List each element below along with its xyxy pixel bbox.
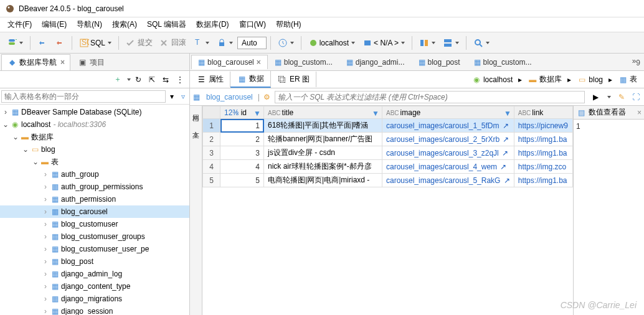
apply-filter-button[interactable]: ▶ [590,90,602,104]
toolbar-icon-2[interactable] [440,35,462,50]
filter-icon[interactable]: ⚙ [262,92,272,102]
schema-select[interactable]: < N/A > [359,35,408,50]
nav-menu-button[interactable]: ⋮ [173,73,187,87]
tx-mode-button[interactable]: T [190,35,212,50]
new-connection-button[interactable]: ＋ [4,35,26,50]
tree-item-auth_permission[interactable]: ›▦auth_permission [0,193,189,205]
external-link-icon[interactable]: ↗ [498,162,506,171]
subtab-data[interactable]: ▦数据 [230,71,271,88]
crumb-connection[interactable]: ◉localhost [467,73,517,87]
close-icon[interactable]: × [257,58,261,67]
filter-config-button[interactable]: ▿ [178,90,188,103]
menu-search[interactable]: 搜索(A) [108,18,141,31]
column-header-id[interactable]: 12⅜ id▼ [220,106,264,119]
data-grid[interactable]: 12⅜ id▼ ABCtitle▼ ABCimage▼ ABClink 1161… [202,106,573,315]
connect-button[interactable] [34,35,50,50]
row-number[interactable]: 4 [203,160,220,174]
cell-title[interactable]: nick air球鞋轮播图案例*-郝丹彦 [264,160,382,174]
tree-item-blog_post[interactable]: ›▦blog_post [0,255,189,268]
tree-item-django_content_type[interactable]: ›▦django_content_type [0,280,189,293]
sql-filter-input[interactable] [275,91,585,103]
editor-tab[interactable]: ▦blog_custom... [467,55,539,69]
table-row[interactable]: 55电商轮播图|网页|电商|miriaxd -carousel_images/c… [203,174,573,187]
cell-title[interactable]: 618轮播图|平面|其他平面|嗜涵 [264,119,382,133]
commit-button[interactable]: 提交 [123,36,155,49]
row-header-corner[interactable] [203,106,220,119]
cell-link[interactable]: https://img1.ba [514,133,572,146]
external-link-icon[interactable]: ↗ [501,176,509,185]
filter-clear-button[interactable]: ▾ [167,90,177,103]
tree-item-auth_group[interactable]: ›▦auth_group [0,168,189,181]
tree-item-django_migrations[interactable]: ›▦django_migrations [0,293,189,305]
nav-link-button[interactable]: ⇆ [159,73,172,87]
subtab-properties[interactable]: ☰属性 [190,72,230,87]
cell-title[interactable]: 电商轮播图|网页|电商|miriaxd - [264,174,382,187]
cell-id[interactable]: 1 [220,119,264,133]
tabs-overflow-button[interactable]: »9 [628,54,644,70]
history-button[interactable] [275,35,297,50]
row-number[interactable]: 2 [203,133,220,146]
tree-item-blog_customuser[interactable]: ›▦blog_customuser [0,218,189,230]
cell-id[interactable]: 5 [220,174,264,187]
external-link-icon[interactable]: ↗ [500,121,508,130]
menu-edit[interactable]: 编辑(E) [38,18,70,31]
nav-new-button[interactable]: ＋ [111,72,125,87]
table-row[interactable]: 44nick air球鞋轮播图案例*-郝丹彦carousel_images/ca… [203,160,573,174]
tree-item-blog_customuser_groups[interactable]: ›▦blog_customuser_groups [0,230,189,243]
filter-remove-button[interactable]: ⛶ [629,90,643,104]
menu-sql[interactable]: SQL 编辑器 [143,18,190,31]
column-header-image[interactable]: ABCimage▼ [382,106,514,119]
tree-item-django_admin_log[interactable]: ›▦django_admin_log [0,268,189,280]
cell-link[interactable]: https://img.zco [514,160,572,174]
crumb-tables[interactable]: ▦表 [613,72,642,87]
tree-item-blog_customuser_user_pe[interactable]: ›▦blog_customuser_user_pe [0,243,189,255]
filter-history-button[interactable] [603,90,614,104]
vtab-grid[interactable]: 网格 [191,107,201,112]
menu-file[interactable]: 文件(F) [4,18,36,31]
cell-image[interactable]: carousel_images/carousl_2_5rXrb ↗ [382,133,514,146]
external-link-icon[interactable]: ↗ [500,149,508,158]
cell-title[interactable]: js设置div全屏 - csdn [264,146,382,160]
tree-item-django_session[interactable]: ›▦django_session [0,305,189,315]
crumb-schema[interactable]: ▭blog [572,73,607,87]
table-row[interactable]: 22轮播banner|网页|banner/广告图carousel_images/… [203,133,573,146]
row-number[interactable]: 1 [203,119,220,133]
tree-item-blog_carousel[interactable]: ›▦blog_carousel [0,205,189,218]
sql-editor-button[interactable]: SQLSQL [76,35,115,50]
cell-image[interactable]: carousel_images/carousl_5_RakG ↗ [382,174,514,187]
search-button[interactable] [470,35,493,50]
disconnect-button[interactable] [52,35,68,50]
menu-help[interactable]: 帮助(H) [272,18,305,31]
toolbar-icon-1[interactable] [416,35,438,50]
filter-settings-button[interactable]: ✎ [615,90,628,104]
lock-button[interactable] [214,35,236,50]
rollback-button[interactable]: 回滚 [156,36,189,49]
editor-tab[interactable]: ▦blog_carousel× [191,55,268,69]
nav-refresh-button[interactable]: ↻ [132,73,144,87]
menu-nav[interactable]: 导航(N) [73,18,106,31]
tab-db-navigator[interactable]: ◆ 数据库导航 × [1,54,70,70]
close-icon[interactable]: × [637,108,642,117]
row-number[interactable]: 5 [203,174,220,187]
editor-tab[interactable]: ▦blog_custom... [268,55,339,69]
subtab-er[interactable]: ⿻ER 图 [271,72,316,87]
cell-image[interactable]: carousel_images/carousl_4_wem ↗ [382,160,514,174]
cell-image[interactable]: carousel_images/carousl_3_z2qJl ↗ [382,146,514,160]
crumb-databases[interactable]: ▬数据库 [523,72,566,87]
cell-link[interactable]: https://img1.ba [514,146,572,160]
tree-filter-input[interactable] [1,90,166,103]
tree-item-auth_group_permissions[interactable]: ›▦auth_group_permissions [0,181,189,193]
editor-tab[interactable]: ▦django_admi... [339,55,412,69]
cell-id[interactable]: 3 [220,146,264,160]
cell-image[interactable]: carousel_images/carousl_1_5fDm ↗ [382,119,514,133]
table-row[interactable]: 33js设置div全屏 - csdncarousel_images/carous… [203,146,573,160]
cell-link[interactable]: https://picnew9 [514,119,572,133]
nav-collapse-button[interactable]: ⇱ [146,73,158,87]
editor-tab[interactable]: ▦blog_post [412,55,467,69]
column-header-link[interactable]: ABClink [514,106,572,119]
cell-link[interactable]: https://img1.ba [514,174,572,187]
tab-projects[interactable]: ▣ 项目 [72,54,110,70]
cell-id[interactable]: 4 [220,160,264,174]
cell-title[interactable]: 轮播banner|网页|banner/广告图 [264,133,382,146]
table-row[interactable]: 11618轮播图|平面|其他平面|嗜涵carousel_images/carou… [203,119,573,133]
